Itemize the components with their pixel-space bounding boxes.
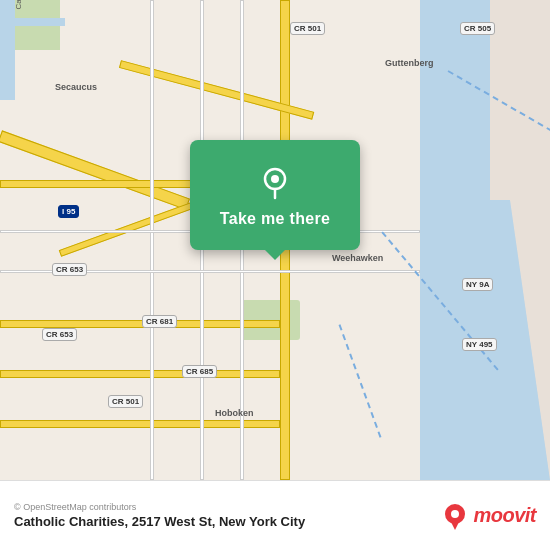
canal	[0, 0, 15, 100]
osm-credit: © OpenStreetMap contributors	[14, 502, 441, 512]
svg-marker-5	[451, 522, 459, 530]
take-me-there-button[interactable]: Take me there	[220, 210, 330, 228]
canal-horiz	[0, 18, 65, 26]
svg-point-4	[451, 510, 459, 518]
svg-point-1	[271, 175, 279, 183]
badge-cr685: CR 685	[182, 365, 217, 378]
road-minor-v1	[150, 0, 154, 480]
badge-cr653-2: CR 653	[42, 328, 77, 341]
badge-cr681: CR 681	[142, 315, 177, 328]
label-guttenberg: Guttenberg	[385, 58, 434, 68]
badge-ny495: NY 495	[462, 338, 497, 351]
label-hoboken: Hoboken	[215, 408, 254, 418]
location-pin-icon	[255, 162, 295, 202]
map-container: Secaucus Guttenberg Weehawken Hoboken Ca…	[0, 0, 550, 480]
road-horiz-4	[0, 420, 280, 428]
moovit-text: moovit	[473, 504, 536, 527]
badge-cr653-1: CR 653	[52, 263, 87, 276]
badge-cr501-1: CR 501	[290, 22, 325, 35]
badge-cr501-3: CR 501	[108, 395, 143, 408]
bottom-bar: © OpenStreetMap contributors Catholic Ch…	[0, 480, 550, 550]
moovit-pin-icon	[441, 502, 469, 530]
address-section: © OpenStreetMap contributors Catholic Ch…	[14, 502, 441, 529]
badge-ny9a: NY 9A	[462, 278, 493, 291]
location-card: Take me there	[190, 140, 360, 250]
badge-cr505: CR 505	[460, 22, 495, 35]
badge-i95: I 95	[58, 205, 79, 218]
road-horiz-2	[0, 320, 280, 328]
label-weehawken: Weehawken	[332, 253, 383, 263]
road-horiz-3	[0, 370, 280, 378]
moovit-logo: moovit	[441, 502, 536, 530]
place-name: Catholic Charities, 2517 West St, New Yo…	[14, 514, 441, 529]
label-canal: Canal	[14, 0, 23, 10]
label-secaucus: Secaucus	[55, 82, 97, 92]
